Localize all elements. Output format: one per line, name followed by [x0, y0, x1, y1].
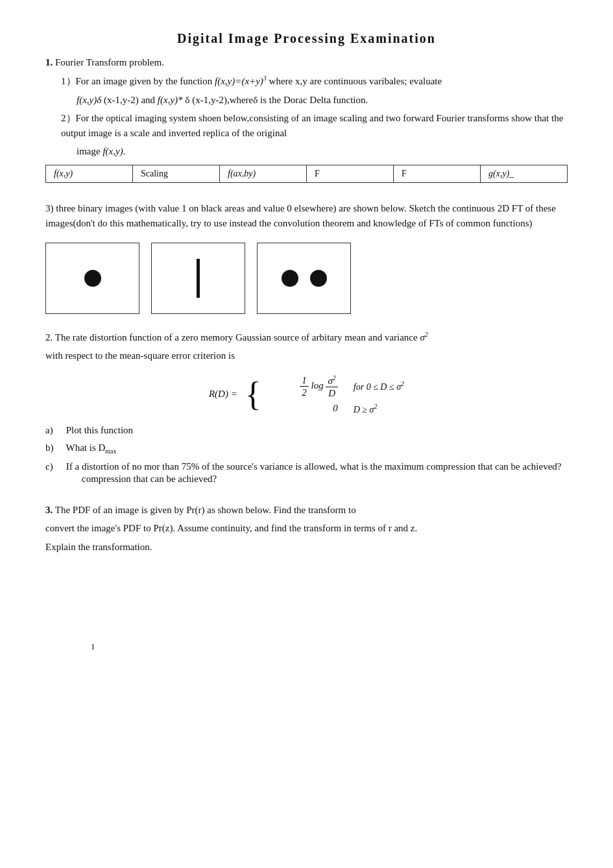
q1-part3: 3) three binary images (with value 1 on …	[45, 201, 568, 315]
q2-part-c-label: c)	[45, 461, 64, 472]
table-cell-fax: f(ax,by)	[220, 165, 307, 182]
dot-3	[310, 270, 327, 287]
q2-parts: a) Plot this function b) What is Dmax c)…	[45, 425, 568, 485]
table-cell-F1: F	[307, 165, 394, 182]
binary-image-2	[151, 243, 245, 314]
q1-item2: 2）For the optical imaging system shoen b…	[45, 111, 568, 141]
q2-part-a-text: Plot this function	[66, 425, 133, 435]
q1-item2-line2: image f(x,y).	[45, 144, 568, 159]
q1-item1-line2: f(x,y)δ (x-1,y-2) and f(x,y)* δ (x-1,y-2…	[45, 93, 568, 108]
formula-cond-1: for 0 ≤ D ≤ σ2	[354, 380, 404, 392]
dot-2	[282, 270, 298, 287]
q2-part-c-line2: compression that can be achieved?	[45, 474, 568, 485]
formula-cond-2: D ≥ σ2	[354, 403, 378, 415]
q2-part-a: a) Plot this function	[45, 425, 568, 436]
question-2: 2. The rate distortion function of a zer…	[45, 330, 568, 485]
imaging-table: f(x,y) Scaling f(ax,by) F F g(x,y)_	[45, 165, 568, 183]
q2-part-c: c) If a distortion of no mor than 75% of…	[45, 461, 568, 472]
q1-part3-text: 3) three binary images (with value 1 on …	[45, 201, 568, 232]
formula-case-1: 1 2 log σ2 D for 0 ≤ D ≤ σ2	[267, 374, 404, 399]
vertical-bar	[197, 259, 200, 298]
page-number: 1	[91, 642, 95, 652]
q2-part-b-text: What is Dmax	[66, 442, 116, 453]
table-row: f(x,y) Scaling f(ax,by) F F g(x,y)_	[46, 165, 568, 182]
imaging-table-wrapper: f(x,y) Scaling f(ax,by) F F g(x,y)_	[45, 165, 568, 183]
formula-expr-2: 0	[267, 403, 338, 414]
table-cell-gxy: g(x,y)_	[481, 165, 568, 182]
table-cell-scaling: Scaling	[133, 165, 220, 182]
q3-label-text: 3. The PDF of an image is given by Pr(r)…	[45, 503, 568, 518]
q2-intro2: with respect to the mean-square error cr…	[45, 348, 568, 363]
formula-block: R(D) = { 1 2 log σ2 D	[45, 374, 568, 415]
fraction-1: 1 2	[300, 374, 309, 398]
question-1: 1. Fourier Transform problem. 1）For an i…	[45, 55, 568, 183]
q3-line2: convert the image's PDF to Pr(z). Assume…	[45, 521, 568, 536]
fraction-2: σ2 D	[326, 374, 337, 399]
formula-case-2: 0 D ≥ σ2	[267, 403, 404, 415]
q2-part-b-label: b)	[45, 442, 64, 453]
formula-expr-1: 1 2 log σ2 D	[267, 374, 338, 399]
q2-intro: 2. The rate distortion function of a zer…	[45, 330, 568, 345]
table-cell-fx: f(x,y)	[46, 165, 133, 182]
q2-part-a-label: a)	[45, 425, 64, 436]
q3-line3: Explain the transformation.	[45, 540, 568, 555]
formula-cases: 1 2 log σ2 D for 0 ≤ D ≤ σ2 0 D ≥ σ2	[267, 374, 404, 415]
binary-image-1	[45, 243, 139, 314]
binary-images-row	[45, 243, 568, 314]
table-cell-F2: F	[394, 165, 481, 182]
question-3: 3. The PDF of an image is given by Pr(r)…	[45, 503, 568, 555]
two-dots	[282, 270, 327, 287]
binary-image-3	[257, 243, 351, 314]
q1-label: 1. Fourier Transform problem.	[45, 55, 568, 70]
brace-icon: {	[245, 378, 261, 411]
q2-part-b: b) What is Dmax	[45, 442, 568, 455]
q2-part-c-text: If a distortion of no mor than 75% of th…	[66, 461, 562, 472]
q1-item1: 1）For an image given by the function f(x…	[45, 73, 568, 89]
formula-lhs: R(D) =	[209, 389, 237, 400]
page-title: Digital Image Processing Examination	[45, 31, 568, 46]
dot-1	[84, 270, 101, 287]
